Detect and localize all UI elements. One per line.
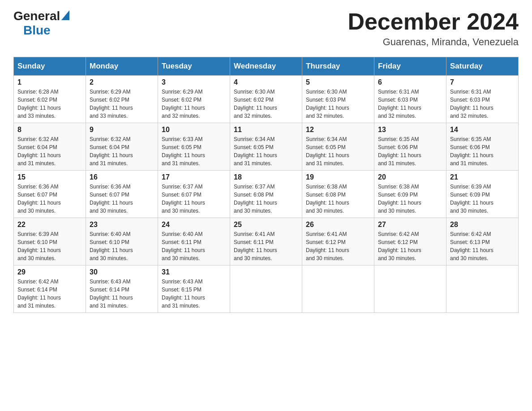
day-info: Sunrise: 6:43 AM Sunset: 6:14 PM Dayligh… xyxy=(90,278,154,310)
calendar-week-row: 22 Sunrise: 6:39 AM Sunset: 6:10 PM Dayl… xyxy=(14,218,519,265)
header-row: SundayMondayTuesdayWednesdayThursdayFrid… xyxy=(14,57,519,76)
day-number: 3 xyxy=(162,78,226,86)
day-of-week-header: Wednesday xyxy=(230,57,302,76)
location-subtitle: Guarenas, Miranda, Venezuela xyxy=(348,36,519,48)
day-info: Sunrise: 6:35 AM Sunset: 6:06 PM Dayligh… xyxy=(378,135,442,167)
calendar-day-cell: 28 Sunrise: 6:42 AM Sunset: 6:13 PM Dayl… xyxy=(446,218,519,265)
day-number: 7 xyxy=(450,78,515,86)
day-number: 30 xyxy=(90,268,154,276)
day-info: Sunrise: 6:29 AM Sunset: 6:02 PM Dayligh… xyxy=(162,88,226,120)
day-info: Sunrise: 6:32 AM Sunset: 6:04 PM Dayligh… xyxy=(90,135,154,167)
day-info: Sunrise: 6:42 AM Sunset: 6:13 PM Dayligh… xyxy=(450,230,515,262)
calendar-day-cell: 27 Sunrise: 6:42 AM Sunset: 6:12 PM Dayl… xyxy=(374,218,446,265)
day-info: Sunrise: 6:39 AM Sunset: 6:09 PM Dayligh… xyxy=(450,183,515,215)
day-info: Sunrise: 6:40 AM Sunset: 6:10 PM Dayligh… xyxy=(90,230,154,262)
day-info: Sunrise: 6:38 AM Sunset: 6:08 PM Dayligh… xyxy=(306,183,370,215)
calendar-day-cell: 26 Sunrise: 6:41 AM Sunset: 6:12 PM Dayl… xyxy=(302,218,374,265)
day-info: Sunrise: 6:28 AM Sunset: 6:02 PM Dayligh… xyxy=(17,88,82,120)
day-number: 22 xyxy=(17,221,82,229)
day-number: 21 xyxy=(450,173,515,181)
day-number: 18 xyxy=(234,173,298,181)
day-info: Sunrise: 6:42 AM Sunset: 6:12 PM Dayligh… xyxy=(378,230,442,262)
calendar-day-cell: 2 Sunrise: 6:29 AM Sunset: 6:02 PM Dayli… xyxy=(86,76,158,123)
day-number: 28 xyxy=(450,221,515,229)
month-title: December 2024 xyxy=(348,9,519,34)
day-number: 25 xyxy=(234,221,298,229)
calendar-day-cell xyxy=(230,265,302,313)
calendar-day-cell: 16 Sunrise: 6:36 AM Sunset: 6:07 PM Dayl… xyxy=(86,171,158,218)
calendar-body: 1 Sunrise: 6:28 AM Sunset: 6:02 PM Dayli… xyxy=(14,76,519,313)
day-info: Sunrise: 6:34 AM Sunset: 6:05 PM Dayligh… xyxy=(306,135,370,167)
day-info: Sunrise: 6:31 AM Sunset: 6:03 PM Dayligh… xyxy=(450,88,515,120)
day-info: Sunrise: 6:30 AM Sunset: 6:03 PM Dayligh… xyxy=(306,88,370,120)
calendar-day-cell: 6 Sunrise: 6:31 AM Sunset: 6:03 PM Dayli… xyxy=(374,76,446,123)
day-of-week-header: Saturday xyxy=(446,57,519,76)
day-info: Sunrise: 6:41 AM Sunset: 6:12 PM Dayligh… xyxy=(306,230,370,262)
calendar-table: SundayMondayTuesdayWednesdayThursdayFrid… xyxy=(13,57,519,313)
day-info: Sunrise: 6:40 AM Sunset: 6:11 PM Dayligh… xyxy=(162,230,226,262)
calendar-day-cell: 15 Sunrise: 6:36 AM Sunset: 6:07 PM Dayl… xyxy=(14,171,86,218)
day-number: 9 xyxy=(90,126,154,134)
calendar-day-cell: 29 Sunrise: 6:42 AM Sunset: 6:14 PM Dayl… xyxy=(14,265,86,313)
calendar-day-cell: 25 Sunrise: 6:41 AM Sunset: 6:11 PM Dayl… xyxy=(230,218,302,265)
calendar-day-cell: 10 Sunrise: 6:33 AM Sunset: 6:05 PM Dayl… xyxy=(158,123,230,171)
day-of-week-header: Tuesday xyxy=(158,57,230,76)
title-block: December 2024 Guarenas, Miranda, Venezue… xyxy=(348,9,519,48)
calendar-day-cell: 19 Sunrise: 6:38 AM Sunset: 6:08 PM Dayl… xyxy=(302,171,374,218)
day-number: 13 xyxy=(378,126,442,134)
day-info: Sunrise: 6:33 AM Sunset: 6:05 PM Dayligh… xyxy=(162,135,226,167)
day-info: Sunrise: 6:38 AM Sunset: 6:09 PM Dayligh… xyxy=(378,183,442,215)
day-info: Sunrise: 6:30 AM Sunset: 6:02 PM Dayligh… xyxy=(234,88,298,120)
logo: General Blue xyxy=(13,9,69,38)
day-of-week-header: Monday xyxy=(86,57,158,76)
day-number: 19 xyxy=(306,173,370,181)
calendar-day-cell: 7 Sunrise: 6:31 AM Sunset: 6:03 PM Dayli… xyxy=(446,76,519,123)
day-info: Sunrise: 6:36 AM Sunset: 6:07 PM Dayligh… xyxy=(17,183,82,215)
day-number: 8 xyxy=(17,126,82,134)
calendar-day-cell: 13 Sunrise: 6:35 AM Sunset: 6:06 PM Dayl… xyxy=(374,123,446,171)
day-number: 2 xyxy=(90,78,154,86)
calendar-day-cell: 1 Sunrise: 6:28 AM Sunset: 6:02 PM Dayli… xyxy=(14,76,86,123)
calendar-day-cell: 30 Sunrise: 6:43 AM Sunset: 6:14 PM Dayl… xyxy=(86,265,158,313)
calendar-day-cell: 17 Sunrise: 6:37 AM Sunset: 6:07 PM Dayl… xyxy=(158,171,230,218)
day-of-week-header: Friday xyxy=(374,57,446,76)
calendar-day-cell: 8 Sunrise: 6:32 AM Sunset: 6:04 PM Dayli… xyxy=(14,123,86,171)
calendar-day-cell: 31 Sunrise: 6:43 AM Sunset: 6:15 PM Dayl… xyxy=(158,265,230,313)
day-info: Sunrise: 6:39 AM Sunset: 6:10 PM Dayligh… xyxy=(17,230,82,262)
calendar-day-cell: 5 Sunrise: 6:30 AM Sunset: 6:03 PM Dayli… xyxy=(302,76,374,123)
day-number: 26 xyxy=(306,221,370,229)
day-number: 1 xyxy=(17,78,82,86)
day-info: Sunrise: 6:32 AM Sunset: 6:04 PM Dayligh… xyxy=(17,135,82,167)
day-info: Sunrise: 6:34 AM Sunset: 6:05 PM Dayligh… xyxy=(234,135,298,167)
calendar-day-cell: 4 Sunrise: 6:30 AM Sunset: 6:02 PM Dayli… xyxy=(230,76,302,123)
day-number: 10 xyxy=(162,126,226,134)
day-of-week-header: Thursday xyxy=(302,57,374,76)
day-info: Sunrise: 6:42 AM Sunset: 6:14 PM Dayligh… xyxy=(17,278,82,310)
calendar-week-row: 1 Sunrise: 6:28 AM Sunset: 6:02 PM Dayli… xyxy=(14,76,519,123)
calendar-day-cell: 23 Sunrise: 6:40 AM Sunset: 6:10 PM Dayl… xyxy=(86,218,158,265)
calendar-day-cell: 11 Sunrise: 6:34 AM Sunset: 6:05 PM Dayl… xyxy=(230,123,302,171)
day-number: 31 xyxy=(162,268,226,276)
calendar-day-cell: 20 Sunrise: 6:38 AM Sunset: 6:09 PM Dayl… xyxy=(374,171,446,218)
day-number: 6 xyxy=(378,78,442,86)
calendar-week-row: 8 Sunrise: 6:32 AM Sunset: 6:04 PM Dayli… xyxy=(14,123,519,171)
calendar-day-cell xyxy=(374,265,446,313)
calendar-week-row: 15 Sunrise: 6:36 AM Sunset: 6:07 PM Dayl… xyxy=(14,171,519,218)
calendar-day-cell: 9 Sunrise: 6:32 AM Sunset: 6:04 PM Dayli… xyxy=(86,123,158,171)
day-number: 16 xyxy=(90,173,154,181)
day-info: Sunrise: 6:37 AM Sunset: 6:07 PM Dayligh… xyxy=(162,183,226,215)
calendar-day-cell: 12 Sunrise: 6:34 AM Sunset: 6:05 PM Dayl… xyxy=(302,123,374,171)
day-info: Sunrise: 6:29 AM Sunset: 6:02 PM Dayligh… xyxy=(90,88,154,120)
day-number: 23 xyxy=(90,221,154,229)
day-number: 12 xyxy=(306,126,370,134)
logo-general: General xyxy=(13,9,60,23)
day-info: Sunrise: 6:31 AM Sunset: 6:03 PM Dayligh… xyxy=(378,88,442,120)
day-number: 14 xyxy=(450,126,515,134)
calendar-day-cell: 3 Sunrise: 6:29 AM Sunset: 6:02 PM Dayli… xyxy=(158,76,230,123)
day-number: 20 xyxy=(378,173,442,181)
calendar-day-cell: 18 Sunrise: 6:37 AM Sunset: 6:08 PM Dayl… xyxy=(230,171,302,218)
day-number: 24 xyxy=(162,221,226,229)
calendar-week-row: 29 Sunrise: 6:42 AM Sunset: 6:14 PM Dayl… xyxy=(14,265,519,313)
logo-blue: Blue xyxy=(23,23,51,37)
day-number: 15 xyxy=(17,173,82,181)
